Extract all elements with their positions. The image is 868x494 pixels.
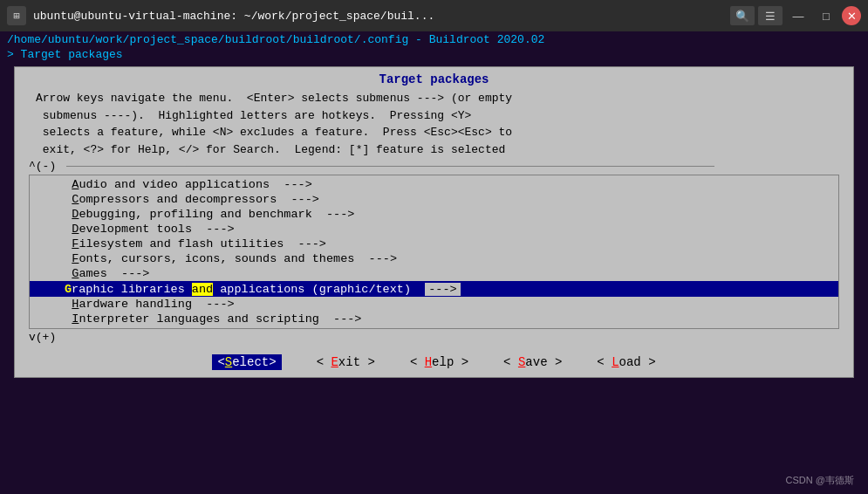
- selection-marker-2: [51, 282, 63, 296]
- menu-item-graphic[interactable]: Graphic libraries and applications (grap…: [30, 281, 838, 297]
- menu-dialog: Target packages Arrow keys navigate the …: [14, 66, 854, 378]
- window-title: ubuntu@ubuntu-virtual-machine: ~/work/pr…: [33, 10, 434, 23]
- menu-item-compressors[interactable]: Compressors and decompressors --->: [30, 192, 838, 207]
- menu-item-hardware[interactable]: Hardware handling --->: [30, 297, 838, 312]
- menu-dialog-wrapper: Target packages Arrow keys navigate the …: [7, 66, 861, 378]
- menu-button-ctrl[interactable]: ☰: [758, 6, 783, 25]
- terminal-icon: ⊞: [7, 6, 26, 25]
- dialog-help-text: Arrow keys navigate the menu. <Enter> se…: [15, 90, 853, 158]
- menu-item-filesystem[interactable]: Filesystem and flash utilities --->: [30, 237, 838, 251]
- menu-item-interpreter[interactable]: Interpreter languages and scripting --->: [30, 312, 838, 326]
- search-button[interactable]: 🔍: [730, 6, 755, 25]
- top-separator: ^(-): [15, 158, 853, 175]
- window-controls: 🔍 ☰ — □ ✕: [730, 6, 861, 25]
- minimize-button[interactable]: —: [786, 6, 810, 25]
- dialog-title: Target packages: [15, 67, 853, 90]
- menu-items-list: Audio and video applications ---> Compre…: [29, 175, 839, 329]
- load-button[interactable]: < Load >: [597, 354, 655, 370]
- arrow-indicator: --->: [425, 283, 460, 296]
- close-button[interactable]: ✕: [842, 6, 861, 25]
- menu-item-fonts[interactable]: Fonts, cursors, icons, sounds and themes…: [30, 251, 838, 266]
- select-button[interactable]: <Select>: [212, 354, 281, 370]
- title-bar: ⊞ ubuntu@ubuntu-virtual-machine: ~/work/…: [0, 0, 868, 31]
- menu-item-debugging[interactable]: Debugging, profiling and benchmark --->: [30, 207, 838, 222]
- menu-item-audio[interactable]: Audio and video applications --->: [30, 177, 838, 192]
- title-bar-left: ⊞ ubuntu@ubuntu-virtual-machine: ~/work/…: [7, 6, 434, 25]
- bottom-marker: v(+): [15, 329, 853, 346]
- exit-button[interactable]: < Exit >: [317, 354, 375, 370]
- status-line-1: /home/ubuntu/work/project_space/buildroo…: [0, 31, 868, 48]
- button-bar: <Select> < Exit > < Help > < Save > < Lo…: [15, 346, 853, 377]
- selection-marker-1: [44, 282, 49, 296]
- watermark: CSDN @韦德斯: [786, 474, 854, 487]
- status-line-2: > Target packages: [0, 48, 868, 63]
- terminal-area: /home/ubuntu/work/project_space/buildroo…: [0, 31, 868, 494]
- help-button[interactable]: < Help >: [410, 354, 468, 370]
- graphic-hotkey: G: [65, 283, 72, 296]
- save-button[interactable]: < Save >: [503, 354, 562, 370]
- menu-item-games[interactable]: Games --->: [30, 266, 838, 281]
- maximize-button[interactable]: □: [814, 6, 838, 25]
- menu-item-development[interactable]: Development tools --->: [30, 222, 838, 237]
